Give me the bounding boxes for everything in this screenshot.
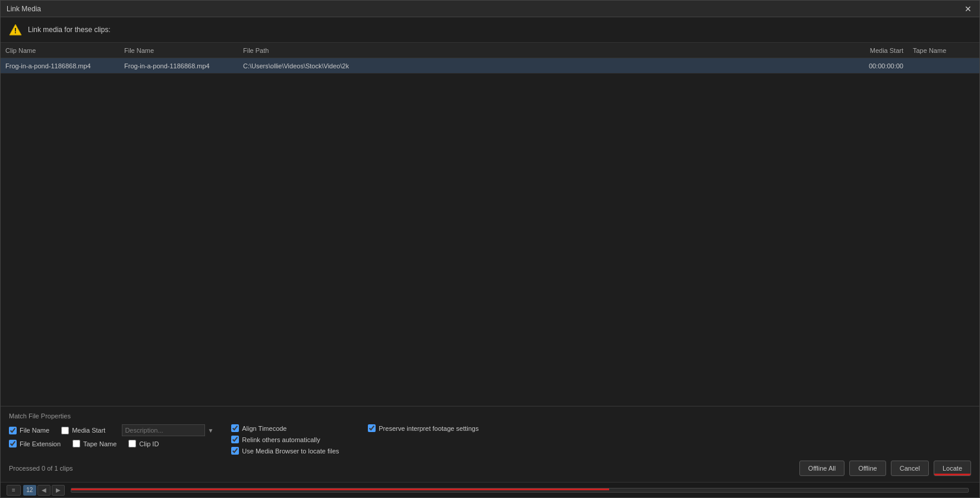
- checkbox-relink-label: Relink others automatically: [242, 436, 320, 443]
- checkbox-relink-input[interactable]: [231, 436, 239, 443]
- checkbox-media-start-input[interactable]: [61, 427, 69, 434]
- dialog-title: Link Media: [7, 5, 41, 13]
- checkbox-media-browser-label: Use Media Browser to locate files: [242, 447, 339, 455]
- checkbox-preserve[interactable]: Preserve interpret footage settings: [368, 424, 478, 432]
- checkbox-file-extension[interactable]: File Extension: [9, 440, 61, 447]
- col-header-file-name: File Name: [119, 47, 238, 54]
- checkbox-file-extension-input[interactable]: [9, 440, 17, 447]
- cell-file-name: Frog-in-a-pond-1186868.mp4: [119, 62, 238, 70]
- status-text: Processed 0 of 1 clips: [9, 465, 73, 472]
- checkbox-align-timecode-label: Align Timecode: [242, 425, 286, 432]
- checkbox-media-browser-input[interactable]: [231, 447, 239, 455]
- buttons-row: Offline All Offline Cancel Locate: [799, 461, 971, 476]
- checkbox-media-browser[interactable]: Use Media Browser to locate files: [231, 447, 350, 455]
- status-row: Processed 0 of 1 clips Offline All Offli…: [9, 461, 971, 476]
- cell-file-path: C:\Users\ollie\Videos\Stock\Video\2k: [238, 62, 837, 70]
- col-header-media-start: Media Start: [837, 47, 908, 54]
- checkbox-preserve-input[interactable]: [368, 424, 376, 432]
- checkbox-file-name[interactable]: File Name: [9, 427, 49, 434]
- locate-button[interactable]: Locate: [934, 461, 971, 476]
- checkbox-align-timecode-input[interactable]: [231, 424, 239, 432]
- bottom-panel: Match File Properties File Name Media St…: [1, 406, 979, 482]
- left-row2: File Extension Tape Name Clip ID: [9, 440, 213, 447]
- middle-options: Align Timecode Relink others automatical…: [231, 424, 350, 455]
- checkbox-media-start[interactable]: Media Start: [61, 427, 105, 434]
- checkbox-clip-id-input[interactable]: [128, 440, 136, 447]
- dropdown-arrow-icon: ▼: [207, 427, 213, 434]
- description-input[interactable]: [122, 424, 205, 436]
- checkbox-tape-name-input[interactable]: [73, 440, 80, 447]
- header-area: ! Link media for these clips:: [1, 17, 979, 42]
- checkbox-file-name-input[interactable]: [9, 427, 17, 434]
- checkbox-relink[interactable]: Relink others automatically: [231, 436, 350, 443]
- table-body[interactable]: Frog-in-a-pond-1186868.mp4 Frog-in-a-pon…: [1, 58, 979, 406]
- right-options: Preserve interpret footage settings: [368, 424, 478, 432]
- progress-bar: [71, 488, 969, 493]
- file-table: Clip Name File Name File Path Media Star…: [1, 42, 979, 406]
- title-bar: Link Media ✕: [1, 1, 979, 17]
- warning-icon: !: [9, 23, 22, 36]
- checkbox-media-start-label: Media Start: [72, 427, 105, 434]
- left-row1: File Name Media Start ▼: [9, 424, 213, 436]
- checkbox-clip-id[interactable]: Clip ID: [128, 440, 159, 447]
- left-options: File Name Media Start ▼ File Extension: [9, 424, 213, 447]
- checkbox-file-name-label: File Name: [20, 427, 49, 434]
- link-media-dialog: Link Media ✕ ! Link media for these clip…: [0, 0, 980, 498]
- checkbox-clip-id-label: Clip ID: [139, 440, 159, 447]
- table-header: Clip Name File Name File Path Media Star…: [1, 43, 979, 58]
- checkbox-file-extension-label: File Extension: [20, 440, 61, 447]
- col-header-file-path: File Path: [238, 47, 837, 54]
- table-row[interactable]: Frog-in-a-pond-1186868.mp4 Frog-in-a-pon…: [1, 58, 979, 74]
- cancel-button[interactable]: Cancel: [891, 461, 929, 476]
- offline-all-button[interactable]: Offline All: [799, 461, 844, 476]
- checkbox-tape-name-label: Tape Name: [83, 440, 116, 447]
- checkbox-align-timecode[interactable]: Align Timecode: [231, 424, 350, 432]
- cell-clip-name: Frog-in-a-pond-1186868.mp4: [1, 62, 119, 70]
- offline-button[interactable]: Offline: [849, 461, 886, 476]
- checkbox-preserve-label: Preserve interpret footage settings: [379, 425, 478, 432]
- page-number-btn[interactable]: 12: [23, 485, 36, 496]
- col-header-clip-name: Clip Name: [1, 47, 119, 54]
- checkbox-tape-name[interactable]: Tape Name: [73, 440, 116, 447]
- svg-text:!: !: [14, 26, 17, 35]
- bottom-bar-btn1[interactable]: ≡: [7, 485, 21, 496]
- nav-next-btn[interactable]: ▶: [52, 485, 65, 496]
- col-header-tape-name: Tape Name: [908, 47, 979, 54]
- cell-media-start: 00:00:00:00: [837, 62, 908, 70]
- options-area: File Name Media Start ▼ File Extension: [9, 424, 971, 455]
- header-text: Link media for these clips:: [28, 26, 111, 34]
- match-section-title: Match File Properties: [9, 412, 971, 420]
- nav-prev-btn[interactable]: ◀: [37, 485, 51, 496]
- progress-indicator: [71, 488, 609, 490]
- close-button[interactable]: ✕: [963, 4, 973, 14]
- bottom-bar: ≡ 12 ◀ ▶: [1, 482, 979, 497]
- description-dropdown[interactable]: ▼: [122, 424, 213, 436]
